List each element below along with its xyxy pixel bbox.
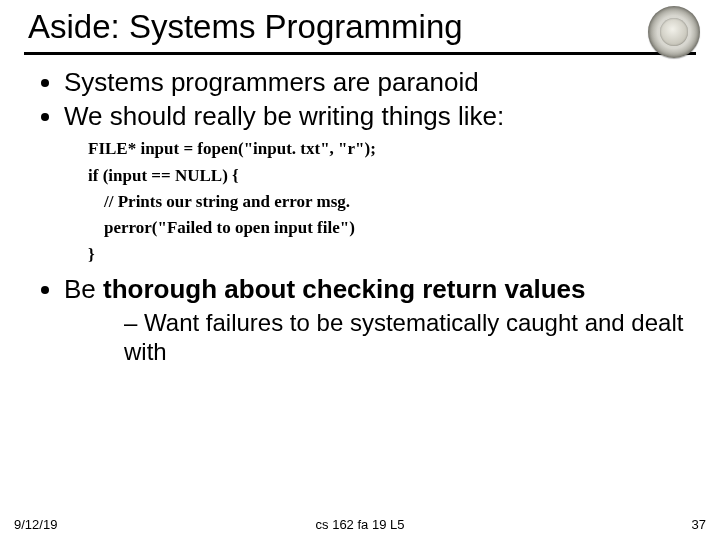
slide-header: Aside: Systems Programming <box>0 0 720 46</box>
slide-title: Aside: Systems Programming <box>28 8 720 46</box>
code-block: FILE* input = fopen("input. txt", "r"); … <box>88 136 690 268</box>
code-line-2: if (input == NULL) { <box>88 163 690 189</box>
bullet-3-bold: thorough about checking return values <box>103 274 586 304</box>
code-line-3: // Prints our string and error msg. <box>88 189 690 215</box>
bullet-1: Systems programmers are paranoid <box>64 67 690 99</box>
seal-icon <box>648 6 700 58</box>
bullet-3-pre: Be <box>64 274 103 304</box>
bullet-list: Systems programmers are paranoid We shou… <box>30 67 690 132</box>
slide: Aside: Systems Programming Systems progr… <box>0 0 720 540</box>
sub-bullet-1: Want failures to be systematically caugh… <box>124 308 690 367</box>
footer-page-number: 37 <box>692 517 706 532</box>
code-line-4: perror("Failed to open input file") <box>88 215 690 241</box>
sub-bullet-list: Want failures to be systematically caugh… <box>64 308 690 367</box>
bullet-3: Be thorough about checking return values… <box>64 274 690 366</box>
footer-course: cs 162 fa 19 L5 <box>0 517 720 532</box>
bullet-list-2: Be thorough about checking return values… <box>30 274 690 366</box>
code-line-5: } <box>88 242 690 268</box>
bullet-2: We should really be writing things like: <box>64 101 690 133</box>
code-line-1: FILE* input = fopen("input. txt", "r"); <box>88 136 690 162</box>
slide-body: Systems programmers are paranoid We shou… <box>0 55 720 366</box>
